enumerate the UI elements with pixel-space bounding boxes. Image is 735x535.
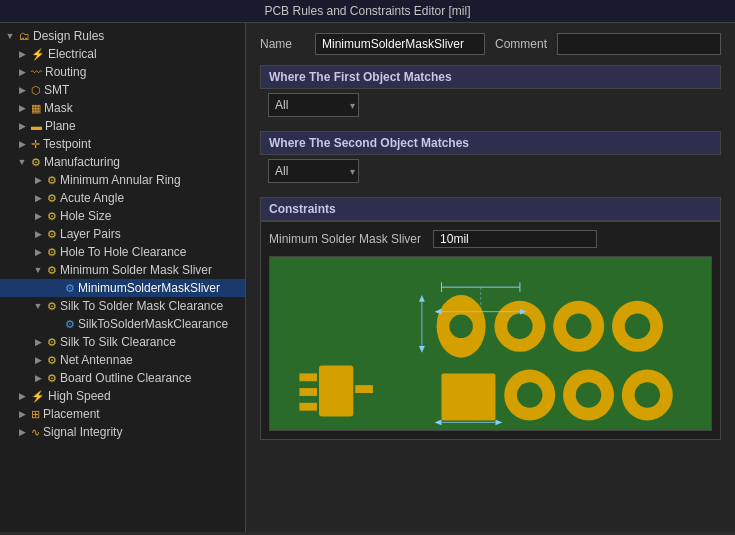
svg-point-26 [517,382,542,407]
svg-point-28 [576,382,601,407]
arrow-smt: ▶ [16,85,28,95]
label-board-outline: Board Outline Clearance [60,371,191,385]
arrow-board-outline: ▶ [32,373,44,383]
label-smt: SMT [44,83,69,97]
icon-routing: 〰 [31,66,42,78]
icon-acute-angle: ⚙ [47,192,57,205]
tree-item-silk-to-solder-active[interactable]: ⚙ SilkToSolderMaskClearance [0,315,245,333]
arrow-min-solder-mask: ▼ [32,265,44,275]
tree-item-design-rules[interactable]: ▼ 🗂 Design Rules [0,27,245,45]
arrow-hole-size: ▶ [32,211,44,221]
icon-manufacturing: ⚙ [31,156,41,169]
icon-silk-solder-active: ⚙ [65,318,75,331]
arrow-acute-angle: ▶ [32,193,44,203]
tree-item-placement[interactable]: ▶ ⊞ Placement [0,405,245,423]
label-min-solder-mask: Minimum Solder Mask Sliver [60,263,212,277]
icon-min-annular: ⚙ [47,174,57,187]
tree-item-plane[interactable]: ▶ ▬ Plane [0,117,245,135]
icon-hole-size: ⚙ [47,210,57,223]
where-first-dropdown-row: All Net Net Class Layer Pad Component [260,89,721,121]
tree-item-min-annular-ring[interactable]: ▶ ⚙ Minimum Annular Ring [0,171,245,189]
label-mask: Mask [44,101,73,115]
svg-point-10 [566,314,591,339]
label-electrical: Electrical [48,47,97,61]
tree-item-smt[interactable]: ▶ ⬡ SMT [0,81,245,99]
icon-active-rule: ⚙ [65,282,75,295]
arrow-high-speed: ▶ [16,391,28,401]
second-object-dropdown[interactable]: All Net Net Class Layer Pad Component [268,159,359,183]
arrow-electrical: ▶ [16,49,28,59]
tree-item-hole-size[interactable]: ▶ ⚙ Hole Size [0,207,245,225]
tree-item-electrical[interactable]: ▶ ⚡ Electrical [0,45,245,63]
svg-point-30 [635,382,660,407]
label-testpoint: Testpoint [43,137,91,151]
where-second-section: Where The Second Object Matches All Net … [260,131,721,187]
icon-plane: ▬ [31,120,42,132]
first-dropdown-wrapper: All Net Net Class Layer Pad Component [268,93,359,117]
label-layer-pairs: Layer Pairs [60,227,121,241]
arrow-net-antennae: ▶ [32,355,44,365]
tree-item-silk-to-silk[interactable]: ▶ ⚙ Silk To Silk Clearance [0,333,245,351]
label-net-antennae: Net Antennae [60,353,133,367]
tree-item-min-solder-sliver-active[interactable]: ⚙ MinimumSolderMaskSliver [0,279,245,297]
label-silk-solder-active: SilkToSolderMaskClearance [78,317,228,331]
label-design-rules: Design Rules [33,29,104,43]
icon-silk-to-silk: ⚙ [47,336,57,349]
svg-rect-22 [299,403,317,411]
arrow-design-rules: ▼ [4,31,16,41]
tree-item-acute-angle[interactable]: ▶ ⚙ Acute Angle [0,189,245,207]
tree-item-routing[interactable]: ▶ 〰 Routing [0,63,245,81]
tree-item-board-outline[interactable]: ▶ ⚙ Board Outline Clearance [0,369,245,387]
icon-board-outline: ⚙ [47,372,57,385]
label-signal-integrity: Signal Integrity [43,425,122,439]
arrow-routing: ▶ [16,67,28,77]
arrow-placement: ▶ [16,409,28,419]
svg-rect-19 [319,366,353,417]
icon-min-solder-mask: ⚙ [47,264,57,277]
arrow-silk-to-silk: ▶ [32,337,44,347]
label-plane: Plane [45,119,76,133]
label-min-annular: Minimum Annular Ring [60,173,181,187]
tree-item-hole-to-hole[interactable]: ▶ ⚙ Hole To Hole Clearance [0,243,245,261]
icon-high-speed: ⚡ [31,390,45,403]
name-input[interactable] [315,33,485,55]
tree-item-signal-integrity[interactable]: ▶ ∿ Signal Integrity [0,423,245,441]
label-hole-size: Hole Size [60,209,111,223]
arrow-signal-integrity: ▶ [16,427,28,437]
arrow-testpoint: ▶ [16,139,28,149]
label-silk-to-silk: Silk To Silk Clearance [60,335,176,349]
svg-rect-20 [299,373,317,381]
label-silk-to-solder: Silk To Solder Mask Clearance [60,299,223,313]
tree-item-mask[interactable]: ▶ ▦ Mask [0,99,245,117]
icon-placement: ⊞ [31,408,40,421]
tree-item-silk-to-solder[interactable]: ▼ ⚙ Silk To Solder Mask Clearance [0,297,245,315]
arrow-hole-to-hole: ▶ [32,247,44,257]
tree-panel: ▼ 🗂 Design Rules ▶ ⚡ Electrical ▶ 〰 Rout… [0,23,246,532]
name-label: Name [260,37,305,51]
constraint-value-input[interactable] [433,230,597,248]
label-acute-angle: Acute Angle [60,191,124,205]
icon-mask: ▦ [31,102,41,115]
tree-item-high-speed[interactable]: ▶ ⚡ High Speed [0,387,245,405]
svg-point-8 [507,314,532,339]
arrow-mask: ▶ [16,103,28,113]
where-second-header: Where The Second Object Matches [260,131,721,155]
icon-hole-to-hole: ⚙ [47,246,57,259]
label-high-speed: High Speed [48,389,111,403]
pcb-svg [270,257,711,430]
arrow-manufacturing: ▼ [16,157,28,167]
tree-item-min-solder-mask[interactable]: ▼ ⚙ Minimum Solder Mask Sliver [0,261,245,279]
arrow-silk-to-solder: ▼ [32,301,44,311]
first-object-dropdown[interactable]: All Net Net Class Layer Pad Component [268,93,359,117]
tree-item-manufacturing[interactable]: ▼ ⚙ Manufacturing [0,153,245,171]
tree-item-testpoint[interactable]: ▶ ✛ Testpoint [0,135,245,153]
comment-input[interactable] [557,33,721,55]
arrow-plane: ▶ [16,121,28,131]
tree-item-net-antennae[interactable]: ▶ ⚙ Net Antennae [0,351,245,369]
svg-point-6 [449,315,473,339]
icon-design-rules: 🗂 [19,30,30,42]
second-dropdown-wrapper: All Net Net Class Layer Pad Component [268,159,359,183]
constraints-header: Constraints [260,197,721,221]
tree-item-layer-pairs[interactable]: ▶ ⚙ Layer Pairs [0,225,245,243]
icon-silk-to-solder: ⚙ [47,300,57,313]
